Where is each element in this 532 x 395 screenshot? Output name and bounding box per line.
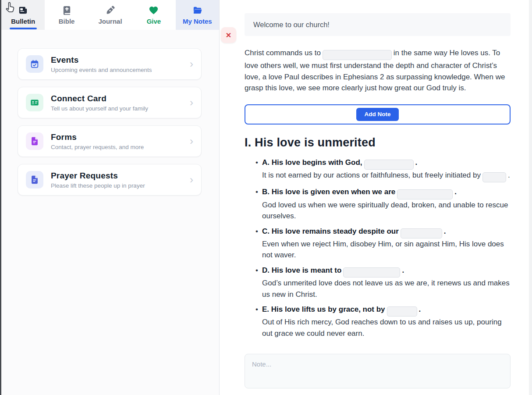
welcome-banner: Welcome to our church! <box>245 13 511 36</box>
welcome-text: Welcome to our church! <box>253 21 330 29</box>
card-connect-card[interactable]: Connect Card Tell us about yourself and … <box>18 87 202 118</box>
newspaper-icon <box>18 5 28 15</box>
tab-give[interactable]: Give <box>132 0 175 30</box>
tab-journal[interactable]: Journal <box>89 0 132 30</box>
calendar-check-icon <box>26 55 43 73</box>
chevron-right-icon: › <box>190 59 193 69</box>
card-text: Forms Contact, prayer requests, and more <box>51 132 144 150</box>
card-forms[interactable]: Forms Contact, prayer requests, and more… <box>18 125 202 157</box>
heart-icon <box>149 5 159 15</box>
notes-content: Welcome to our church! Christ commands u… <box>245 0 511 390</box>
outline-desc: God loved us when we were spiritually de… <box>262 199 511 222</box>
active-tab-underline <box>10 28 37 29</box>
tab-label: My Notes <box>183 18 212 25</box>
card-subtitle: Please lift these people up in prayer <box>51 182 145 189</box>
section-heading: I. His love is unmerited <box>245 136 511 149</box>
tab-label: Bible <box>59 18 75 25</box>
outline-lead: D. His love is meant to <box>262 266 341 274</box>
add-note-button[interactable]: Add Note <box>356 108 399 121</box>
tab-label: Journal <box>98 18 122 25</box>
close-panel-button[interactable]: ✕ <box>221 27 236 43</box>
tab-label: Bulletin <box>11 18 35 25</box>
outline-list: A. His love begins with God,. It is not … <box>245 157 511 339</box>
card-subtitle: Upcoming events and announcements <box>51 67 152 73</box>
bible-icon <box>62 5 72 15</box>
outline-item-c: C. His love remains steady despite our. … <box>262 226 511 261</box>
outline-item-e: E. His love lifts us by grace, not by. O… <box>262 304 511 339</box>
document-icon <box>26 132 43 150</box>
blank-input[interactable] <box>482 172 506 182</box>
pen-icon <box>105 5 115 15</box>
card-title: Forms <box>51 132 144 142</box>
note-input[interactable] <box>245 354 511 388</box>
blank-input[interactable] <box>387 306 417 317</box>
add-note-container: Add Note <box>245 104 511 125</box>
blank-input[interactable] <box>364 160 414 170</box>
card-title: Prayer Requests <box>51 171 145 181</box>
blank-input[interactable] <box>397 189 453 199</box>
tab-bible[interactable]: Bible <box>45 0 88 30</box>
notes-panel: ✕ Welcome to our church! Christ commands… <box>219 0 532 395</box>
outline-lead: E. His love lifts us by grace, not by <box>262 305 385 313</box>
outline-desc: Out of His rich mercy, God reaches down … <box>262 317 511 339</box>
card-subtitle: Tell us about yourself and your family <box>51 105 148 112</box>
intro-paragraph: Christ commands us toin the same way He … <box>245 47 511 94</box>
outline-desc: God’s unmerited love does not leave us a… <box>262 278 511 300</box>
sidebar: Bulletin Bible Journal Give <box>1 0 219 395</box>
scrollbar[interactable] <box>529 0 532 395</box>
blank-input[interactable] <box>401 228 442 238</box>
tab-label: Give <box>147 18 161 25</box>
outline-item-b: B. His love is given even when we are. G… <box>262 186 511 221</box>
blank-input[interactable] <box>343 267 400 278</box>
card-prayer-requests[interactable]: Prayer Requests Please lift these people… <box>18 164 202 196</box>
outline-desc: Even when we reject Him, disobey Him, or… <box>262 238 511 261</box>
outline-item-a: A. His love begins with God,. It is not … <box>262 157 511 183</box>
id-card-icon <box>26 94 43 111</box>
lead-tail: . <box>402 266 404 274</box>
card-events[interactable]: Events Upcoming events and announcements… <box>18 48 202 80</box>
intro-text-before: Christ commands us to <box>245 49 321 57</box>
tab-my-notes[interactable]: My Notes <box>176 0 219 30</box>
desc-tail: . <box>508 171 510 179</box>
chevron-right-icon: › <box>190 97 193 108</box>
lead-tail: . <box>444 227 446 235</box>
bulletin-card-list: Events Upcoming events and announcements… <box>1 30 219 196</box>
outline-lead: C. His love remains steady despite our <box>262 227 399 235</box>
lead-tail: . <box>415 158 418 167</box>
lead-tail: . <box>419 305 421 313</box>
blank-input[interactable] <box>323 50 392 60</box>
folder-open-icon <box>192 5 202 15</box>
desc-text: It is not earned by our actions or faith… <box>262 171 481 179</box>
tab-bulletin[interactable]: Bulletin <box>1 0 45 30</box>
tab-bar: Bulletin Bible Journal Give <box>1 0 219 30</box>
lead-tail: . <box>454 188 457 196</box>
outline-lead: B. His love is given even when we are <box>262 188 395 196</box>
card-text: Prayer Requests Please lift these people… <box>51 171 145 189</box>
outline-desc: It is not earned by our actions or faith… <box>262 170 511 182</box>
outline-lead: A. His love begins with God, <box>262 158 362 167</box>
card-subtitle: Contact, prayer requests, and more <box>51 144 144 150</box>
card-title: Connect Card <box>51 94 148 103</box>
outline-item-d: D. His love is meant to. God’s unmerited… <box>262 265 511 300</box>
close-icon: ✕ <box>226 31 231 39</box>
card-text: Connect Card Tell us about yourself and … <box>51 94 148 112</box>
chevron-right-icon: › <box>190 136 193 146</box>
card-title: Events <box>51 55 152 65</box>
card-text: Events Upcoming events and announcements <box>51 55 152 73</box>
chevron-right-icon: › <box>190 174 193 185</box>
document-icon <box>26 171 43 189</box>
